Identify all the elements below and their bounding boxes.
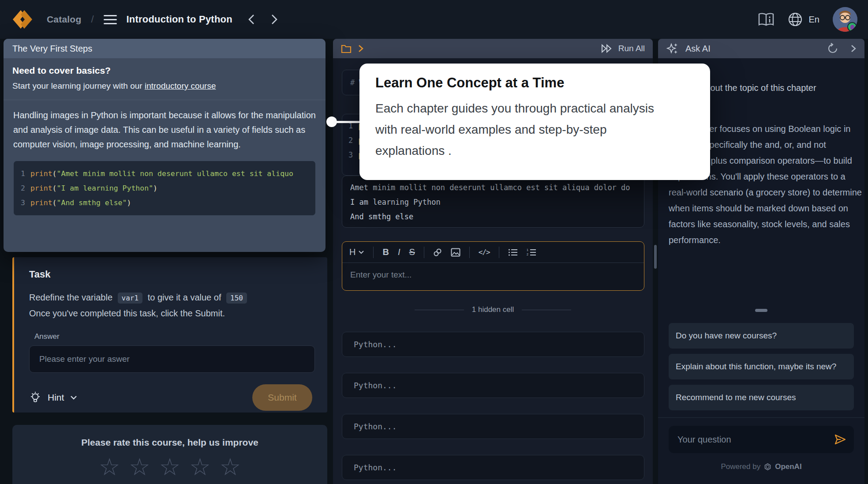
- heading-dropdown[interactable]: H: [349, 247, 364, 257]
- suggestion-chip[interactable]: Do you have new courses?: [669, 323, 854, 349]
- top-navbar: Catalog / Introduction to Python En: [0, 0, 868, 39]
- run-all-icon: [601, 44, 614, 53]
- star-icon[interactable]: ☆: [99, 454, 120, 480]
- bulb-icon: [29, 391, 41, 404]
- link-icon: [433, 248, 442, 257]
- lesson-theory-popover: The Very First Steps Need to cover basic…: [4, 39, 326, 252]
- basics-text: Start your learning journey with our: [12, 81, 145, 90]
- svg-text:1: 1: [527, 248, 528, 251]
- folder-icon[interactable]: [341, 44, 352, 53]
- language-label[interactable]: En: [809, 15, 819, 25]
- lesson-title: The Very First Steps: [4, 39, 326, 58]
- send-icon[interactable]: [834, 434, 847, 445]
- run-all-button[interactable]: Run All: [601, 44, 645, 53]
- text-cell-placeholder[interactable]: Enter your text...: [342, 263, 644, 287]
- introductory-course-link[interactable]: introductory course: [145, 81, 216, 90]
- task-title: Task: [29, 269, 312, 280]
- code-line: 3print("And smthg else"): [21, 195, 308, 210]
- ask-ai-title: Ask AI: [685, 44, 711, 54]
- divider: [658, 417, 864, 418]
- strikethrough-button[interactable]: S: [409, 247, 415, 257]
- hint-label: Hint: [48, 392, 64, 403]
- rate-title: Please rate this course, help us improve: [12, 437, 327, 448]
- output-line: I am learning Python: [350, 195, 636, 210]
- chevron-right-icon[interactable]: [270, 14, 278, 25]
- code-line: 1print("Amet minim mollit non deserunt u…: [21, 166, 308, 181]
- expand-chevron-icon[interactable]: [358, 44, 364, 53]
- image-icon: [451, 248, 460, 257]
- tour-tooltip: Learn One Concept at a Time Each chapter…: [359, 64, 710, 180]
- basics-title: Need to cover basics?: [12, 65, 317, 76]
- hint-button[interactable]: Hint: [29, 391, 77, 404]
- python-cell[interactable]: Python...: [342, 414, 644, 439]
- theory-paragraph: Handling images in Python is important b…: [4, 100, 326, 155]
- numbered-list-button[interactable]: 1 2: [527, 248, 536, 256]
- code-button[interactable]: </>: [479, 248, 490, 256]
- ask-ai-header: Ask AI: [658, 39, 864, 58]
- tooltip-title: Learn One Concept at a Time: [375, 75, 694, 91]
- avatar[interactable]: [833, 7, 857, 32]
- achievement-badge-icon: [847, 22, 857, 32]
- rich-text-editor: H B I S </>: [342, 241, 644, 291]
- star-icon[interactable]: ☆: [129, 454, 150, 480]
- submit-button[interactable]: Submit: [252, 384, 312, 411]
- question-input[interactable]: [677, 435, 834, 445]
- drag-handle[interactable]: [755, 309, 767, 312]
- task-card: Task Redefine the variable var1 to give …: [12, 257, 327, 413]
- reset-icon[interactable]: [827, 42, 839, 55]
- output-line: And smthg else: [350, 210, 636, 224]
- tooltip-body: Each chapter guides you through practica…: [375, 98, 666, 161]
- numbered-list-icon: 1 2: [527, 248, 536, 256]
- task-text: Redefine the variable: [29, 293, 112, 302]
- openai-icon: [763, 463, 772, 471]
- bullet-list-icon: [508, 248, 518, 256]
- output-cell: Amet minim mollit non deserunt ullamco e…: [342, 176, 644, 228]
- suggestion-chip[interactable]: Recommend to me new courses: [669, 385, 854, 410]
- rate-course-card: Please rate this course, help us improve…: [12, 425, 327, 484]
- brand-logo-icon[interactable]: [11, 9, 34, 30]
- star-icon[interactable]: ☆: [220, 454, 241, 480]
- var-chip: var1: [118, 293, 143, 304]
- star-icon[interactable]: ☆: [189, 454, 210, 480]
- sparkles-icon: [666, 42, 679, 55]
- openai-label: OpenAI: [775, 462, 801, 471]
- chevron-down-icon: [70, 395, 77, 400]
- python-cell[interactable]: Python...: [342, 332, 644, 357]
- svg-text:2: 2: [527, 253, 528, 256]
- collapse-chevron-icon[interactable]: [850, 44, 857, 53]
- scrollbar-thumb[interactable]: [654, 245, 657, 269]
- powered-by-label: Powered by: [721, 462, 760, 471]
- breadcrumb-catalog[interactable]: Catalog: [47, 14, 81, 25]
- italic-button[interactable]: I: [398, 247, 400, 257]
- image-button[interactable]: [451, 248, 460, 257]
- code-line: 2print("I am learning Python"): [21, 181, 308, 195]
- output-line: Amet minim mollit non deserunt ullamco e…: [350, 180, 636, 195]
- chapters-menu-icon[interactable]: [104, 15, 117, 24]
- handbook-icon[interactable]: [758, 13, 774, 26]
- suggestion-chip[interactable]: Explain about this function, maybe its n…: [669, 354, 854, 379]
- tooltip-connector-dot: [326, 116, 337, 127]
- answer-input[interactable]: [29, 345, 315, 373]
- editor-toolbar: H B I S </>: [342, 242, 644, 263]
- answer-label: Answer: [34, 332, 312, 341]
- python-cell[interactable]: Python...: [342, 373, 644, 398]
- star-rating: ☆☆☆☆☆: [12, 455, 327, 479]
- link-button[interactable]: [433, 248, 442, 257]
- breadcrumb-separator: /: [91, 14, 94, 25]
- bold-button[interactable]: B: [382, 247, 389, 257]
- chevron-left-icon[interactable]: [247, 14, 255, 25]
- value-chip: 150: [226, 293, 247, 304]
- star-icon[interactable]: ☆: [159, 454, 180, 480]
- notebook-header: Run All: [333, 39, 653, 58]
- bullet-list-button[interactable]: [508, 248, 518, 256]
- run-all-label: Run All: [618, 44, 645, 53]
- python-cell[interactable]: Python...: [342, 455, 644, 480]
- chevron-down-icon: [358, 250, 364, 254]
- task-text: to give it a value of: [148, 293, 221, 302]
- hidden-cell-divider[interactable]: 1 hidden cell: [333, 305, 653, 315]
- course-title: Introduction to Python: [127, 14, 232, 25]
- theory-code-block: 1print("Amet minim mollit non deserunt u…: [13, 161, 316, 216]
- globe-icon[interactable]: [788, 12, 803, 27]
- question-input-wrap: [669, 426, 854, 453]
- hidden-cell-label: 1 hidden cell: [472, 305, 514, 314]
